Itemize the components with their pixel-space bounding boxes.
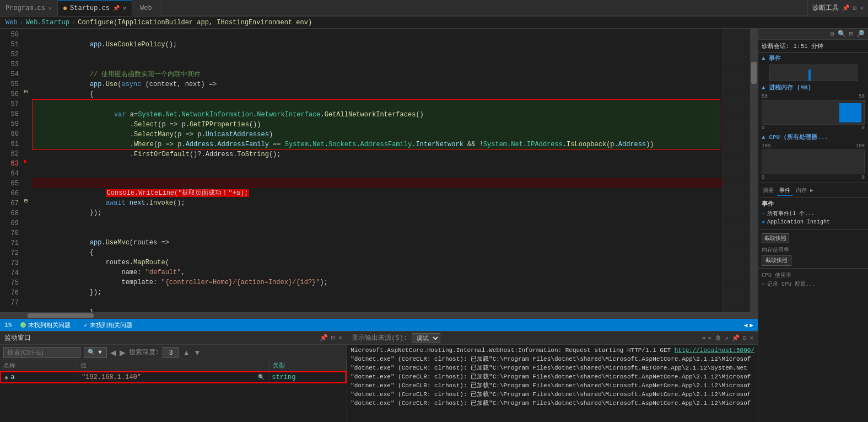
- output-source-select[interactable]: 调试: [412, 333, 440, 343]
- code-line-52: [32, 50, 723, 60]
- cpu-label-left: 100: [762, 143, 770, 149]
- output-move[interactable]: ⊟: [743, 334, 747, 341]
- code-line-50: app.UseCookiePolicy();: [32, 30, 723, 40]
- code-line-56: // 这里不对 request 做任何处理，直接调用下一个中间件: [32, 89, 723, 99]
- tab-label: Program.cs: [6, 4, 45, 12]
- status-bar: 1% 未找到相关问题 ✓ 未找到相关问题 ◀ ▶: [0, 319, 758, 331]
- cpu-record-label: 记录 CPU 配置...: [767, 280, 816, 288]
- output-icon-2[interactable]: ⇤: [709, 334, 713, 341]
- memory-bottom-labels: 0 0: [762, 125, 865, 131]
- watch-title: 监动窗口: [4, 333, 31, 343]
- watch-cell-name: ◆ a: [1, 372, 78, 383]
- watch-cell-type: string: [268, 372, 346, 382]
- diag-tools-label: 诊断工具: [812, 3, 839, 13]
- diag-icon-3[interactable]: ⊞: [849, 30, 853, 38]
- memory-section-label: ▲ 进程内存 (MB): [758, 82, 868, 93]
- output-icon-4[interactable]: ↗: [725, 334, 729, 341]
- output-line-2: "dotnet.exe" (CoreCLR: clrhost): 已加载"C:\…: [351, 364, 754, 372]
- cpu-usage-section: CPU 使用率 ○ 记录 CPU 配置...: [758, 270, 868, 290]
- depth-input[interactable]: [163, 347, 179, 358]
- events-chart-area: [758, 63, 868, 82]
- mem-label: 内存使用率: [762, 246, 865, 254]
- panel-pin-icon[interactable]: 📌: [320, 334, 328, 342]
- output-line-4: "dotnet.exe" (CoreCLR: clrhost): 已加载"C:\…: [351, 381, 754, 390]
- watch-var-name: a: [10, 373, 14, 381]
- nav-prev[interactable]: ◀: [744, 322, 748, 329]
- mem-usage-row: 截取快照: [762, 233, 865, 244]
- tab-startup-cs[interactable]: Startup.cs 📌 ✕: [58, 0, 132, 16]
- watch-icon: ◆: [4, 373, 8, 382]
- depth-up[interactable]: ▲: [182, 348, 190, 357]
- output-icon-1[interactable]: ⇥: [702, 334, 705, 341]
- output-link[interactable]: http://localhost:5000/: [675, 347, 754, 354]
- scroll-thumb[interactable]: [751, 62, 757, 84]
- panel-close-icon[interactable]: ✕: [338, 334, 342, 342]
- code-editor: 5051525354 5556575859 60616263 646566676…: [0, 29, 758, 312]
- memory-bar: [839, 103, 861, 122]
- fold-68[interactable]: ⊟: [24, 197, 28, 204]
- diag-toolbar: ⚙ 🔍 ⊞ 🔎: [758, 29, 868, 40]
- search-nav-next[interactable]: ▶: [120, 348, 126, 357]
- tab-web[interactable]: Web: [132, 0, 160, 16]
- diag-divider: [758, 183, 868, 183]
- snapshot-button[interactable]: 截取快照: [762, 255, 791, 266]
- breadcrumb-startup[interactable]: Web.Startup: [26, 19, 69, 26]
- tab-pin-icon[interactable]: 📌: [113, 5, 120, 12]
- breakpoint-63[interactable]: ●: [23, 158, 27, 165]
- output-pin[interactable]: 📌: [732, 334, 740, 341]
- code-content[interactable]: app.UseCookiePolicy(); // 使用匿名函数实现一个内联中间…: [32, 29, 723, 312]
- code-line-67: [32, 218, 723, 228]
- close-icon[interactable]: ✕: [123, 5, 126, 12]
- search-input[interactable]: [3, 347, 80, 358]
- search-button[interactable]: 🔍 ▼: [84, 347, 107, 358]
- diag-tab-summary[interactable]: 摘要: [761, 185, 776, 196]
- cpu-bottom-left: 0: [762, 175, 764, 180]
- fold-54[interactable]: ⊟: [24, 88, 28, 95]
- diag-icon-2[interactable]: 🔍: [838, 30, 846, 38]
- vertical-scrollbar[interactable]: [750, 29, 758, 312]
- watch-panel-header: 监动窗口 📌 ⊟ ✕: [0, 332, 347, 345]
- search-bar: 🔍 ▼ ◀ ▶ 搜索深度: ▲ ▼: [0, 345, 347, 360]
- panel-move-icon[interactable]: ⊟: [331, 334, 335, 342]
- code-line-66: [32, 208, 723, 218]
- depth-down[interactable]: ▼: [193, 348, 201, 357]
- tab-program-cs[interactable]: Program.cs ✕: [0, 0, 58, 16]
- cpu-usage-label: CPU 使用率: [762, 271, 791, 279]
- panel-header-icons: 📌 ⊟ ✕: [320, 334, 342, 342]
- horizontal-scrollbar[interactable]: [0, 312, 758, 319]
- mem-usage-section: 截取快照: [758, 232, 868, 245]
- mem-snapshot-btn[interactable]: 截取快照: [762, 233, 789, 243]
- search-value-icon[interactable]: 🔍: [258, 374, 265, 381]
- h-scroll-thumb[interactable]: [28, 313, 94, 318]
- mem-bottom-left: 0: [762, 125, 764, 131]
- output-content: Microsoft.AspNetCore.Hosting.Internal.We…: [347, 345, 758, 422]
- pin-icon[interactable]: 📌: [842, 4, 850, 12]
- code-line-70: routes.MapRoute(: [32, 248, 723, 258]
- diag-icon-4[interactable]: 🔎: [856, 30, 865, 38]
- diag-icon-1[interactable]: ⚙: [831, 30, 834, 38]
- mem-label-left: 50: [762, 94, 768, 99]
- cpu-record-icon: ○: [762, 281, 765, 287]
- expand-icon[interactable]: ⊞: [853, 4, 857, 12]
- close-diag-icon[interactable]: ✕: [860, 4, 864, 12]
- breadcrumb-configure[interactable]: Configure(IApplicationBuilder app, IHost…: [78, 19, 312, 26]
- output-close[interactable]: ✕: [750, 334, 753, 341]
- diag-tab-memory[interactable]: 内存 ▶: [794, 185, 816, 196]
- nav-next[interactable]: ▶: [750, 322, 753, 329]
- diag-tab-events[interactable]: 事件: [777, 185, 792, 196]
- cpu-section-label: ▲ CPU (所有处理器...: [758, 132, 868, 142]
- status-check: ✓ 未找到相关问题: [84, 321, 132, 329]
- memory-usage-label: 内存使用率 截取快照: [758, 245, 868, 267]
- tab-bar: Program.cs ✕ Startup.cs 📌 ✕ Web 诊断工具 📌 ⊞…: [0, 0, 868, 17]
- no-issues: 未找到相关问题: [90, 321, 132, 329]
- diag-divider-3: [758, 268, 868, 269]
- search-nav-prev[interactable]: ◀: [110, 348, 116, 357]
- breadcrumb-web[interactable]: Web: [6, 19, 18, 26]
- cpu-record-row: ○ 记录 CPU 配置...: [762, 280, 865, 289]
- output-icon-3[interactable]: 🗑: [715, 334, 721, 341]
- code-line-68: app.UseMvc(routes =>: [32, 228, 723, 238]
- close-icon[interactable]: ✕: [48, 5, 52, 12]
- output-icons: ⇥ ⇤ 🗑 ↗ 📌 ⊟ ✕: [702, 334, 753, 341]
- main-area: 5051525354 5556575859 60616263 646566676…: [0, 29, 868, 422]
- watch-col-type: 类型: [269, 360, 347, 371]
